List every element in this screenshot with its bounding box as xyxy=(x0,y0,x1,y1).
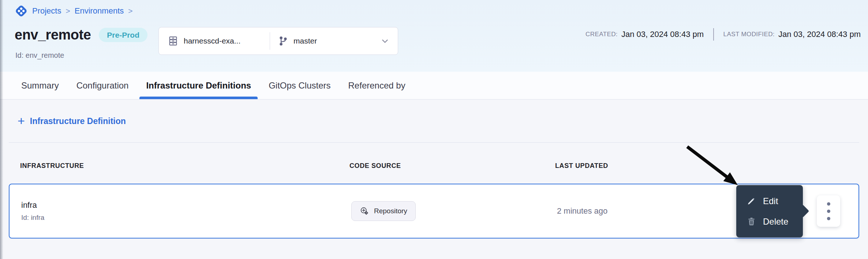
breadcrumb: Projects > Environments > xyxy=(15,4,133,18)
tab-gitops-clusters[interactable]: GitOps Clusters xyxy=(260,72,339,99)
column-code-source: CODE SOURCE xyxy=(349,162,555,170)
code-source-label: Repository xyxy=(374,207,407,215)
last-updated-cell: 2 minutes ago xyxy=(557,206,858,216)
table-row[interactable]: infra Id: infra Repository 2 minutes ago xyxy=(9,184,859,239)
toolbar: + Infrastructure Definition xyxy=(0,100,868,143)
repo-name: harnesscd-exa... xyxy=(184,37,240,45)
git-branch-icon xyxy=(278,36,288,46)
tab-infrastructure-definitions[interactable]: Infrastructure Definitions xyxy=(137,72,260,99)
env-meta: CREATED: Jan 03, 2024 08:43 pm LAST MODI… xyxy=(585,27,861,42)
created-label: CREATED: xyxy=(585,31,618,38)
tab-configuration[interactable]: Configuration xyxy=(68,72,138,99)
infrastructure-cell: infra Id: infra xyxy=(21,200,351,222)
branch-name: master xyxy=(293,37,317,45)
tab-bar: Summary Configuration Infrastructure Def… xyxy=(0,72,868,100)
row-context-menu: Edit Delete xyxy=(736,185,803,237)
tab-referenced-by[interactable]: Referenced by xyxy=(340,72,414,99)
menu-item-label: Delete xyxy=(763,217,788,227)
last-modified-value: Jan 03, 2024 08:43 pm xyxy=(778,30,861,39)
page-title: env_remote xyxy=(15,27,91,43)
env-type-badge: Pre-Prod xyxy=(99,28,147,42)
tab-summary[interactable]: Summary xyxy=(12,72,68,99)
harness-logo-icon xyxy=(15,4,28,18)
table-header: INFRASTRUCTURE CODE SOURCE LAST UPDATED xyxy=(0,143,868,184)
kebab-icon xyxy=(827,202,830,206)
plus-icon: + xyxy=(18,115,25,127)
remote-repository-icon xyxy=(360,206,369,216)
pencil-icon xyxy=(747,196,756,206)
breadcrumb-separator: > xyxy=(128,7,132,15)
repository-icon xyxy=(168,35,179,46)
column-infrastructure: INFRASTRUCTURE xyxy=(20,162,349,170)
breadcrumb-projects[interactable]: Projects xyxy=(32,6,61,16)
column-last-updated: LAST UPDATED xyxy=(555,162,868,170)
add-button-label: Infrastructure Definition xyxy=(30,116,126,126)
menu-item-label: Edit xyxy=(763,196,778,206)
chevron-down-icon xyxy=(380,36,390,46)
created-value: Jan 03, 2024 08:43 pm xyxy=(621,30,704,39)
menu-item-delete[interactable]: Delete xyxy=(736,211,803,232)
breadcrumb-environments[interactable]: Environments xyxy=(75,6,124,16)
page-header: Projects > Environments > env_remote Pre… xyxy=(0,0,868,72)
last-modified-label: LAST MODIFIED: xyxy=(723,31,775,38)
branch-section[interactable]: master xyxy=(270,27,398,55)
repo-name-section[interactable]: harnesscd-exa... xyxy=(159,27,270,55)
breadcrumb-separator: > xyxy=(66,7,70,15)
code-source-badge: Repository xyxy=(351,201,416,221)
row-options-button[interactable] xyxy=(817,195,840,227)
infrastructure-id: Id: infra xyxy=(21,214,351,222)
repo-branch-selector[interactable]: harnesscd-exa... master xyxy=(158,27,398,55)
code-source-cell: Repository xyxy=(351,201,557,221)
menu-item-edit[interactable]: Edit xyxy=(736,191,803,211)
infrastructure-name: infra xyxy=(21,200,351,210)
trash-icon xyxy=(747,217,756,226)
add-infrastructure-definition-button[interactable]: + Infrastructure Definition xyxy=(18,116,126,127)
meta-divider xyxy=(713,28,714,41)
env-identifier: Id: env_remote xyxy=(15,51,64,60)
